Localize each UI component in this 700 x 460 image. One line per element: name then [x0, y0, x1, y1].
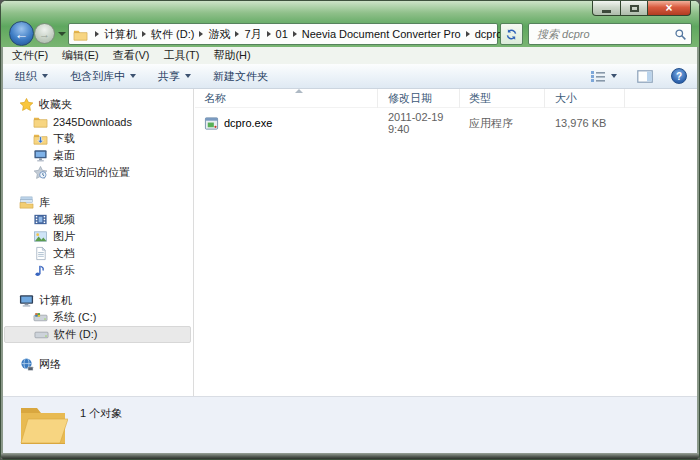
organize-button[interactable]: 组织 [9, 66, 54, 87]
sidebar-header-favorites[interactable]: 收藏夹 [3, 96, 193, 113]
forward-button[interactable]: → [34, 23, 55, 44]
change-view-button[interactable] [584, 67, 623, 86]
column-header-type[interactable]: 类型 [460, 89, 545, 108]
sidebar-group-network: 网络 [3, 356, 193, 373]
search-icon[interactable] [674, 28, 687, 41]
sidebar-group-favorites: 收藏夹 2345Downloads 下载 [3, 96, 193, 181]
folder-icon [33, 114, 48, 129]
sidebar-item-label: 图片 [53, 229, 75, 244]
breadcrumb-separator-icon [466, 31, 470, 37]
sidebar-header-network[interactable]: 网络 [3, 356, 193, 373]
star-icon [19, 97, 34, 112]
sidebar-item-2345downloads[interactable]: 2345Downloads [3, 113, 193, 130]
search-input[interactable] [537, 28, 674, 40]
sidebar-item-pictures[interactable]: 图片 [3, 228, 193, 245]
window-frame-left [1, 47, 3, 459]
menu-file[interactable]: 文件(F) [12, 48, 48, 63]
column-headers: 名称 修改日期 类型 大小 [195, 89, 697, 108]
maximize-button[interactable] [621, 1, 648, 16]
sidebar-item-documents[interactable]: 文档 [3, 245, 193, 262]
back-button[interactable]: ← [9, 21, 34, 46]
menu-help[interactable]: 帮助(H) [213, 48, 250, 63]
preview-pane-button[interactable] [631, 67, 659, 86]
minimize-icon [602, 10, 611, 13]
details-pane: 1 个对象 [3, 396, 697, 453]
sidebar-item-label: 软件 (D:) [54, 327, 97, 342]
list-view-icon [590, 70, 606, 83]
sidebar-item-recent-places[interactable]: 最近访问的位置 [3, 164, 193, 181]
breadcrumb-item[interactable]: 游戏 [205, 27, 233, 42]
dropdown-caret-icon [42, 74, 48, 78]
recent-pages-dropdown-icon[interactable] [58, 32, 66, 36]
menu-view[interactable]: 查看(V) [113, 48, 150, 63]
preview-pane-icon [637, 70, 653, 83]
sidebar-header-label: 网络 [39, 357, 61, 372]
breadcrumb-separator-icon [235, 31, 239, 37]
sidebar-header-label: 库 [39, 195, 50, 210]
refresh-button[interactable] [500, 23, 523, 45]
file-row[interactable]: dcpro.exe 2011-02-19 9:40 应用程序 13,976 KB [195, 114, 697, 132]
hard-drive-icon [34, 327, 49, 342]
sidebar-item-desktop[interactable]: 桌面 [3, 147, 193, 164]
sidebar-item-downloads[interactable]: 下载 [3, 130, 193, 147]
sidebar-item-label: 2345Downloads [53, 116, 132, 128]
refresh-icon [505, 28, 518, 41]
minimize-button[interactable] [592, 1, 621, 16]
new-folder-button[interactable]: 新建文件夹 [207, 66, 274, 87]
breadcrumb-separator-icon [199, 31, 203, 37]
videos-icon [33, 212, 48, 227]
breadcrumb-separator-icon [293, 31, 297, 37]
window-frame-right [697, 47, 699, 459]
forward-icon: → [39, 28, 50, 40]
sidebar-item-label: 下载 [53, 131, 75, 146]
column-header-name[interactable]: 名称 [195, 89, 378, 108]
include-in-library-button[interactable]: 包含到库中 [64, 66, 142, 87]
help-button[interactable]: ? [671, 68, 687, 84]
sidebar-header-libraries[interactable]: 库 [3, 194, 193, 211]
sidebar-item-label: 桌面 [53, 148, 75, 163]
sidebar-item-videos[interactable]: 视频 [3, 211, 193, 228]
breadcrumb-item[interactable]: 软件 (D:) [148, 27, 197, 42]
breadcrumb-separator-icon [95, 31, 99, 37]
sidebar-item-label: 最近访问的位置 [53, 165, 130, 180]
sidebar-header-label: 收藏夹 [39, 97, 72, 112]
sidebar-header-computer[interactable]: 计算机 [3, 292, 193, 309]
column-header-size[interactable]: 大小 [545, 89, 625, 108]
breadcrumb-item[interactable]: 7月 [241, 27, 264, 42]
share-button[interactable]: 共享 [152, 66, 197, 87]
maximize-icon [630, 5, 639, 12]
help-icon: ? [676, 71, 682, 82]
breadcrumb-item[interactable]: Neevia Document Converter Pro [299, 28, 464, 40]
computer-icon [19, 293, 34, 308]
organize-label: 组织 [15, 69, 37, 84]
search-box[interactable] [528, 23, 692, 45]
close-button[interactable]: × [648, 1, 691, 16]
menu-tools[interactable]: 工具(T) [163, 48, 199, 63]
sidebar-item-music[interactable]: 音乐 [3, 262, 193, 279]
hard-drive-icon [33, 310, 48, 325]
command-toolbar: 组织 包含到库中 共享 新建文件夹 [3, 64, 697, 89]
window-frame-bottom [1, 453, 699, 459]
toolbar-right-group: ? [584, 67, 687, 86]
libraries-icon [19, 195, 34, 210]
application-icon [204, 116, 219, 131]
window-controls: × [592, 1, 691, 16]
sidebar-item-drive-c[interactable]: 系统 (C:) [3, 309, 193, 326]
address-bar[interactable]: 计算机 软件 (D:) 游戏 7月 01 Neevia Document Con… [68, 23, 498, 45]
music-icon [33, 263, 48, 278]
sidebar-item-drive-d[interactable]: 软件 (D:) [4, 326, 191, 343]
breadcrumb-separator-icon [142, 31, 146, 37]
breadcrumb-item[interactable]: 01 [273, 28, 291, 40]
column-header-date-modified[interactable]: 修改日期 [378, 89, 460, 108]
navigation-pane: 收藏夹 2345Downloads 下载 [3, 89, 194, 396]
breadcrumb-item[interactable]: 计算机 [101, 27, 140, 42]
sidebar-item-label: 视频 [53, 212, 75, 227]
menu-edit[interactable]: 编辑(E) [62, 48, 99, 63]
folder-large-icon [18, 401, 68, 447]
include-in-library-label: 包含到库中 [70, 69, 125, 84]
main-content: 收藏夹 2345Downloads 下载 [3, 89, 697, 396]
menu-bar: 文件(F) 编辑(E) 查看(V) 工具(T) 帮助(H) [3, 47, 697, 64]
address-folder-icon [73, 27, 88, 42]
navigation-bar: ← → 计算机 软件 (D:) 游戏 7月 01 Neevia Document… [1, 21, 699, 47]
sidebar-header-label: 计算机 [39, 293, 72, 308]
